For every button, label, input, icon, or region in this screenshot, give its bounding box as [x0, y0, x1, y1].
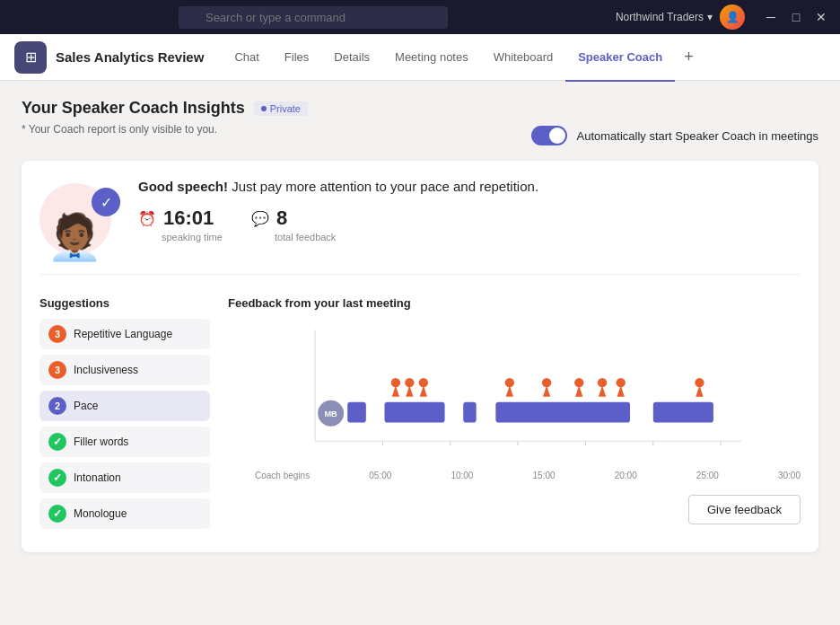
hero-message-bold: Good speech!	[138, 179, 228, 194]
svg-rect-6	[463, 402, 476, 423]
app-logo: ⊞	[14, 41, 47, 74]
svg-point-16	[505, 378, 514, 387]
hero-message-rest: Just pay more attention to your pace and…	[228, 179, 538, 194]
svg-point-10	[391, 378, 400, 387]
add-tab-button[interactable]: +	[675, 34, 703, 81]
toggle-label: Automatically start Speaker Coach in mee…	[576, 129, 818, 143]
suggestion-label-repetitive: Repetitive Language	[74, 328, 172, 340]
title-bar: 🔍 Northwind Traders ▾ 👤 ─ □ ✕	[0, 0, 840, 34]
tab-chat[interactable]: Chat	[222, 35, 271, 82]
suggestion-badge-pace: 2	[48, 397, 66, 415]
chart-container: MB	[228, 321, 801, 482]
logo-icon: ⊞	[25, 48, 37, 66]
give-feedback-button[interactable]: Give feedback	[688, 495, 801, 524]
suggestion-label-filler: Filler words	[74, 436, 128, 448]
maximize-button[interactable]: □	[788, 10, 804, 24]
hero-section: 🧑🏾‍💼 ✓ Good speech! Just pay more attent…	[39, 179, 801, 275]
toggle-knob	[549, 128, 565, 144]
svg-text:MB: MB	[324, 409, 337, 418]
svg-point-22	[598, 378, 607, 387]
x-label-1: 05:00	[369, 471, 391, 480]
suggestion-badge-repetitive: 3	[48, 325, 66, 343]
x-label-3: 15:00	[533, 471, 556, 480]
x-label-5: 25:00	[696, 471, 719, 480]
chart-panel: Feedback from your last meeting MB	[228, 296, 801, 534]
x-label-2: 10:00	[451, 471, 473, 480]
window-controls: ─ □ ✕	[763, 10, 829, 24]
suggestion-badge-monologue: ✓	[48, 505, 66, 523]
hero-message: Good speech! Just pay more attention to …	[138, 179, 801, 194]
stat-value-row-feedback: 💬 8	[251, 207, 337, 230]
svg-point-24	[617, 378, 626, 387]
suggestion-intonation[interactable]: ✓ Intonation	[39, 462, 210, 493]
nav-tabs: Chat Files Details Meeting notes Whitebo…	[222, 34, 702, 81]
search-wrapper: 🔍	[179, 6, 448, 29]
chart-title: Feedback from your last meeting	[228, 296, 801, 310]
tab-whiteboard[interactable]: Whiteboard	[481, 35, 565, 82]
insights-title: Your Speaker Coach Insights	[22, 99, 245, 118]
suggestion-label-pace: Pace	[74, 400, 98, 412]
suggestion-pace[interactable]: 2 Pace	[39, 391, 210, 421]
illustration-person: 🧑🏾‍💼	[47, 215, 102, 260]
title-bar-search: 🔍	[11, 6, 616, 29]
insights-header: Your Speaker Coach Insights Private	[22, 99, 818, 118]
app-title: Sales Analytics Review	[56, 49, 204, 65]
main-card: 🧑🏾‍💼 ✓ Good speech! Just pay more attent…	[22, 161, 818, 552]
speaking-time-value: 16:01	[163, 207, 214, 230]
svg-rect-8	[653, 402, 713, 423]
feedback-row: Give feedback	[228, 495, 801, 524]
content-area: Your Speaker Coach Insights Private * Yo…	[0, 81, 840, 625]
suggestions-title: Suggestions	[39, 296, 210, 310]
suggestion-badge-inclusiveness: 3	[48, 361, 66, 379]
svg-point-20	[574, 378, 583, 387]
svg-rect-7	[495, 402, 630, 423]
tab-meeting-notes[interactable]: Meeting notes	[382, 35, 481, 82]
chart-svg: MB	[228, 321, 801, 464]
speaking-time-label: speaking time	[138, 232, 223, 242]
clock-icon: ⏰	[138, 210, 156, 227]
lower-section: Suggestions 3 Repetitive Language 3 Incl…	[39, 296, 801, 534]
private-dot-icon	[261, 106, 267, 111]
close-button[interactable]: ✕	[813, 10, 829, 24]
suggestion-inclusiveness[interactable]: 3 Inclusiveness	[39, 355, 210, 385]
suggestion-filler-words[interactable]: ✓ Filler words	[39, 427, 210, 457]
suggestion-label-inclusiveness: Inclusiveness	[74, 364, 138, 376]
title-bar-right: Northwind Traders ▾ 👤 ─ □ ✕	[616, 4, 829, 30]
suggestion-monologue[interactable]: ✓ Monologue	[39, 498, 210, 529]
svg-point-26	[695, 378, 704, 387]
illustration-badge: ✓	[92, 188, 120, 216]
avatar[interactable]: 👤	[720, 4, 745, 30]
stat-speaking-time: ⏰ 16:01 speaking time	[138, 207, 223, 242]
tab-speaker-coach[interactable]: Speaker Coach	[565, 35, 675, 82]
insights-sub-text: * Your Coach report is only visible to y…	[22, 123, 217, 136]
org-name: Northwind Traders ▾	[616, 11, 713, 23]
hero-stats: ⏰ 16:01 speaking time 💬 8 total feedback	[138, 207, 801, 242]
suggestion-label-monologue: Monologue	[74, 507, 127, 520]
stat-total-feedback: 💬 8 total feedback	[251, 207, 337, 242]
x-label-4: 20:00	[615, 471, 637, 480]
minimize-button[interactable]: ─	[763, 10, 779, 24]
suggestion-badge-filler: ✓	[48, 433, 66, 451]
private-badge: Private	[254, 101, 308, 116]
chat-icon: 💬	[251, 210, 269, 227]
app-header: ⊞ Sales Analytics Review Chat Files Deta…	[0, 34, 840, 81]
suggestions-panel: Suggestions 3 Repetitive Language 3 Incl…	[39, 296, 210, 534]
hero-info: Good speech! Just pay more attention to …	[138, 179, 801, 242]
total-feedback-label: total feedback	[251, 232, 337, 242]
suggestion-badge-intonation: ✓	[48, 469, 66, 487]
suggestion-repetitive-language[interactable]: 3 Repetitive Language	[39, 319, 210, 349]
total-feedback-value: 8	[276, 207, 287, 230]
svg-rect-4	[347, 402, 366, 423]
stat-value-row-time: ⏰ 16:01	[138, 207, 223, 230]
svg-point-12	[405, 378, 414, 387]
svg-point-14	[419, 378, 428, 387]
tab-files[interactable]: Files	[272, 35, 321, 82]
x-label-6: 30:00	[778, 471, 801, 480]
suggestion-label-intonation: Intonation	[74, 471, 121, 484]
svg-rect-5	[384, 402, 444, 423]
tab-details[interactable]: Details	[321, 35, 382, 82]
hero-illustration: 🧑🏾‍💼 ✓	[39, 179, 120, 260]
search-input[interactable]	[179, 6, 448, 29]
chart-x-labels: Coach begins 05:00 10:00 15:00 20:00 25:…	[228, 471, 801, 480]
auto-start-toggle[interactable]	[531, 126, 567, 145]
